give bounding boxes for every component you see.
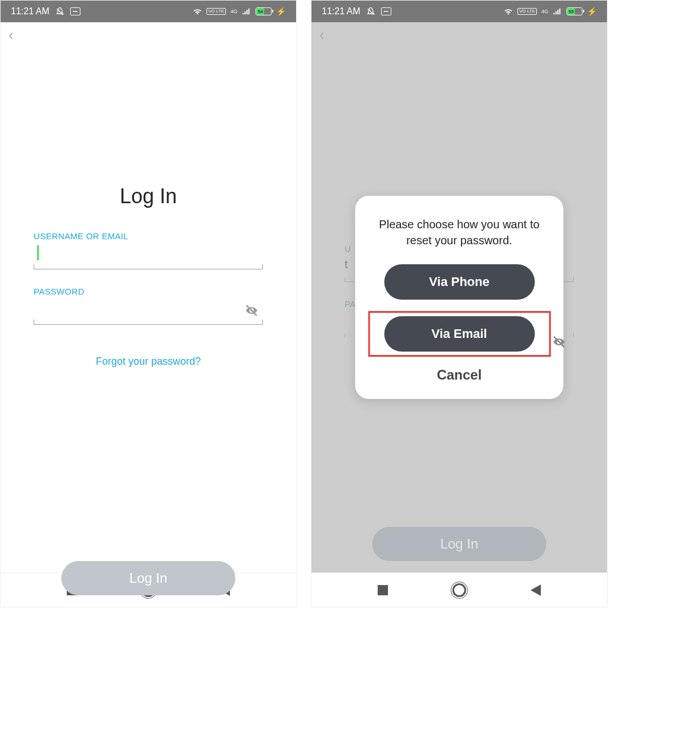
login-content: Log In USERNAME OR EMAIL PASSWORD Forgot… [1, 13, 296, 538]
phone-screen-reset-modal: 11:21 AM ••• VO LTE 4G 55 ⚡ ‹ Log In [311, 0, 608, 607]
via-email-button[interactable]: Via Email [384, 316, 535, 352]
reset-password-modal: Please choose how you want to reset your… [355, 196, 564, 399]
cancel-button[interactable]: Cancel [367, 367, 552, 383]
via-email-highlight: Via Email [368, 311, 551, 357]
username-input[interactable] [34, 245, 263, 259]
login-button[interactable]: Log In [62, 561, 236, 595]
login-button: Log In [373, 527, 547, 561]
home-button[interactable] [452, 583, 466, 597]
phone-screen-login: 11:21 AM ••• VO LTE 4G 54 ⚡ ‹ Log In USE… [0, 0, 297, 607]
password-label: PASSWORD [34, 287, 263, 296]
password-input[interactable] [34, 301, 263, 314]
recent-apps-button[interactable] [378, 585, 388, 595]
page-title: Log In [34, 184, 263, 208]
text-cursor [37, 245, 39, 260]
android-nav-bar [311, 572, 607, 607]
username-input-wrap[interactable] [34, 245, 263, 269]
show-password-icon [552, 335, 566, 349]
show-password-icon[interactable] [245, 304, 258, 317]
password-input-wrap[interactable] [34, 301, 263, 325]
forgot-password-link[interactable]: Forgot your password? [34, 356, 263, 368]
back-button[interactable] [531, 584, 541, 596]
modal-message: Please choose how you want to reset your… [367, 216, 552, 248]
username-label: USERNAME OR EMAIL [34, 231, 263, 241]
via-phone-button[interactable]: Via Phone [384, 264, 535, 300]
